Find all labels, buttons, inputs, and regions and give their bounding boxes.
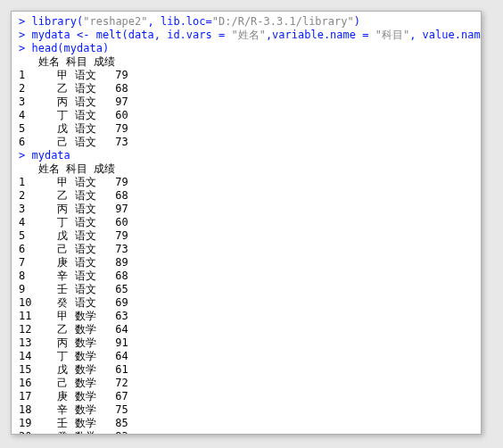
table-row: 16 己 数学 72	[19, 377, 474, 390]
table-row: 11 甲 数学 63	[19, 310, 474, 323]
table-row: 3 丙 语文 97	[19, 95, 474, 109]
full-output-rows: 1 甲 语文 792 乙 语文 683 丙 语文 974 丁 语文 605 戊 …	[19, 176, 474, 435]
prompt: >	[19, 42, 31, 54]
cmd-line-head: > head(mydata)	[19, 42, 474, 55]
table-row: 20 癸 数学 83	[19, 430, 474, 435]
table-row: 1 甲 语文 79	[19, 176, 474, 189]
table-row: 12 乙 数学 64	[19, 323, 474, 336]
table-row: 6 己 语文 73	[19, 243, 474, 256]
r-console-window[interactable]: > library("reshape2", lib.loc="D:/R/R-3.…	[11, 11, 482, 435]
table-row: 3 丙 语文 97	[19, 203, 474, 216]
table-row: 5 戊 语文 79	[19, 122, 474, 136]
table-row: 19 壬 数学 85	[19, 417, 474, 430]
table-row: 6 己 语文 73	[19, 136, 474, 149]
table-row: 1 甲 语文 79	[19, 69, 474, 82]
prompt: >	[19, 149, 31, 162]
table-header: 姓名 科目 成绩	[19, 162, 474, 176]
table-row: 7 庚 语文 89	[19, 256, 474, 270]
table-row: 5 戊 语文 79	[19, 229, 474, 243]
table-header: 姓名 科目 成绩	[19, 55, 474, 69]
table-row: 4 丁 语文 60	[19, 109, 474, 122]
table-row: 10 癸 语文 69	[19, 296, 474, 310]
table-row: 9 壬 语文 65	[19, 283, 474, 296]
table-row: 8 辛 语文 68	[19, 270, 474, 283]
cmd-line-library: > library("reshape2", lib.loc="D:/R/R-3.…	[19, 15, 474, 29]
table-row: 4 丁 语文 60	[19, 216, 474, 229]
table-row: 15 戊 数学 61	[19, 363, 474, 377]
table-row: 17 庚 数学 67	[19, 390, 474, 403]
cmd-line-melt: > mydata <- melt(data, id.vars = "姓名",va…	[19, 29, 474, 42]
table-row: 2 乙 语文 68	[19, 82, 474, 95]
table-row: 14 丁 数学 64	[19, 350, 474, 363]
table-row: 18 辛 数学 75	[19, 403, 474, 417]
table-row: 2 乙 语文 68	[19, 189, 474, 203]
prompt: >	[19, 29, 31, 41]
table-row: 13 丙 数学 91	[19, 336, 474, 350]
head-output-rows: 1 甲 语文 792 乙 语文 683 丙 语文 974 丁 语文 605 戊 …	[19, 69, 474, 149]
cmd-line-mydata: > mydata	[19, 149, 474, 162]
prompt: >	[19, 15, 31, 28]
